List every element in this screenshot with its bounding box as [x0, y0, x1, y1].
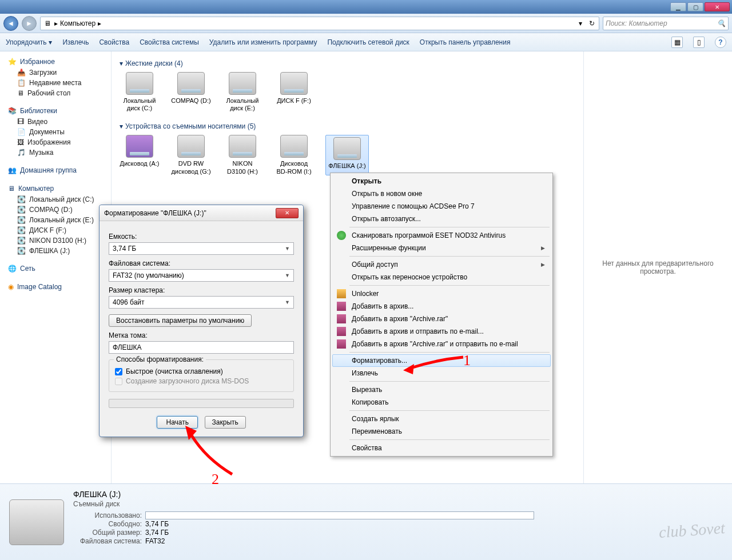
- ctx-eject[interactable]: Извлечь: [332, 367, 551, 379]
- ctx-rar-add-named[interactable]: Добавить в архив "Archive.rar": [332, 313, 551, 325]
- section-removable[interactable]: ▾Устройства со съемными носителями (5): [120, 122, 575, 130]
- drive-icon: [229, 135, 256, 158]
- properties-button[interactable]: Свойства: [99, 38, 129, 46]
- checkbox-icon: [115, 378, 122, 385]
- drive-g[interactable]: DVD RW дисковод (G:): [171, 135, 211, 175]
- drive-j-selected[interactable]: ФЛЕШКА (J:): [325, 135, 369, 175]
- restore-defaults-button[interactable]: Восстановить параметры по умолчанию: [109, 314, 252, 327]
- filesystem-select[interactable]: FAT32 (по умолчанию)▼: [109, 269, 294, 282]
- sidebar-libraries-header[interactable]: 📚Библиотеки: [0, 105, 111, 117]
- ctx-eset-scan[interactable]: Сканировать программой ESET NOD32 Antivi…: [332, 229, 551, 242]
- nav-back-button[interactable]: ◄: [3, 16, 18, 31]
- drive-icon: [126, 72, 153, 95]
- sidebar-pictures[interactable]: 🖼Изображения: [0, 137, 111, 147]
- volume-label-input[interactable]: ФЛЕШКА: [109, 341, 294, 354]
- system-properties-button[interactable]: Свойства системы: [140, 38, 199, 46]
- sidebar-favorites-header[interactable]: ⭐Избранное: [0, 56, 111, 67]
- uninstall-button[interactable]: Удалить или изменить программу: [209, 38, 317, 46]
- ctx-rename[interactable]: Переименовать: [332, 425, 551, 438]
- search-input[interactable]: Поиск: Компьютер 🔍: [603, 17, 729, 30]
- capacity-select[interactable]: 3,74 ГБ▼: [109, 242, 294, 255]
- sidebar-computer-header[interactable]: 🖥Компьютер: [0, 183, 111, 194]
- dialog-titlebar[interactable]: Форматирование "ФЛЕШКА (J:)" ✕: [100, 205, 303, 221]
- ctx-copy[interactable]: Копировать: [332, 396, 551, 409]
- help-icon[interactable]: ?: [715, 37, 726, 48]
- breadcrumb-root[interactable]: Компьютер: [60, 19, 96, 27]
- checkbox-icon[interactable]: [115, 368, 122, 375]
- ctx-create-shortcut[interactable]: Создать ярлык: [332, 413, 551, 425]
- homegroup-icon: 👥: [8, 166, 17, 174]
- ctx-autorun[interactable]: Открыть автозапуск...: [332, 213, 551, 225]
- sidebar-drive-e[interactable]: 💽Локальный диск (E:): [0, 215, 111, 225]
- sidebar-drive-h[interactable]: 💽NIKON D3100 (H:): [0, 235, 111, 246]
- drive-i[interactable]: Дисковод BD-ROM (I:): [274, 135, 314, 175]
- refresh-icon[interactable]: ↻: [587, 19, 596, 28]
- ctx-open[interactable]: Открыть: [332, 175, 551, 187]
- nav-forward-button[interactable]: ►: [22, 16, 37, 31]
- sidebar-drive-c[interactable]: 💽Локальный диск (C:): [0, 194, 111, 205]
- ctx-eset-advanced[interactable]: Расширенные функции▶: [332, 242, 551, 254]
- start-button[interactable]: Начать: [157, 416, 198, 429]
- ctx-share[interactable]: Общий доступ▶: [332, 258, 551, 271]
- ctx-separator: [349, 227, 550, 227]
- view-options-icon[interactable]: ▦: [671, 37, 683, 48]
- close-button[interactable]: ✕: [705, 2, 730, 11]
- drive-a[interactable]: Дисковод (A:): [120, 135, 160, 175]
- ctx-unlocker[interactable]: Unlocker: [332, 287, 551, 300]
- dvd-icon: [177, 135, 205, 158]
- sidebar-drive-d[interactable]: 💽COMPAQ (D:): [0, 205, 111, 215]
- sidebar-downloads[interactable]: 📥Загрузки: [0, 67, 111, 78]
- control-panel-button[interactable]: Открыть панель управления: [420, 38, 511, 46]
- details-pane: ФЛЕШКА (J:) Съемный диск Использовано: С…: [0, 483, 732, 560]
- unlocker-icon: [337, 289, 346, 298]
- ctx-open-new-window[interactable]: Открыть в новом окне: [332, 187, 551, 200]
- format-methods-group: Способы форматирования: Быстрое (очистка…: [109, 359, 294, 392]
- organize-menu[interactable]: Упорядочить ▾: [6, 38, 52, 46]
- address-dropdown-icon[interactable]: ▾: [576, 19, 585, 28]
- sidebar-videos[interactable]: 🎞Видео: [0, 117, 111, 127]
- details-title: ФЛЕШКА (J:): [73, 490, 534, 499]
- preview-pane-icon[interactable]: ▯: [693, 37, 705, 48]
- sidebar-recent[interactable]: 📋Недавние места: [0, 78, 111, 88]
- drive-c[interactable]: Локальный диск (C:): [120, 72, 160, 112]
- sidebar-drive-j[interactable]: 💽ФЛЕШКА (J:): [0, 246, 111, 256]
- dialog-close-button[interactable]: ✕: [276, 208, 299, 218]
- maximize-button[interactable]: ▢: [687, 2, 703, 11]
- drive-f[interactable]: ДИСК F (F:): [274, 72, 314, 112]
- sidebar-image-catalog[interactable]: ◉Image Catalog: [0, 281, 111, 293]
- ctx-rar-email-named[interactable]: Добавить в архив "Archive.rar" и отправи…: [332, 338, 551, 350]
- sidebar-drive-f[interactable]: 💽ДИСК F (F:): [0, 225, 111, 235]
- drive-e[interactable]: Локальный диск (E:): [222, 72, 262, 112]
- winrar-icon: [337, 327, 346, 336]
- ctx-format[interactable]: Форматировать...: [332, 354, 551, 367]
- minimize-button[interactable]: ▁: [670, 2, 686, 11]
- ctx-portable-device[interactable]: Открыть как переносное устройство: [332, 271, 551, 283]
- sidebar-network-header[interactable]: 🌐Сеть: [0, 263, 111, 274]
- drive-h[interactable]: NIKON D3100 (H:): [222, 135, 262, 175]
- quick-format-checkbox[interactable]: Быстрое (очистка оглавления): [115, 367, 288, 375]
- ctx-rar-email[interactable]: Добавить в архив и отправить по e-mail..…: [332, 325, 551, 338]
- computer-icon: 🖥: [43, 19, 52, 28]
- sidebar-desktop[interactable]: 🖥Рабочий стол: [0, 88, 111, 98]
- map-drive-button[interactable]: Подключить сетевой диск: [327, 38, 409, 46]
- star-icon: ⭐: [8, 58, 17, 66]
- sidebar-documents[interactable]: 📄Документы: [0, 127, 111, 137]
- drive-d[interactable]: COMPAQ (D:): [171, 72, 211, 112]
- sidebar-music[interactable]: 🎵Музыка: [0, 147, 111, 158]
- cluster-select[interactable]: 4096 байт▼: [109, 296, 294, 309]
- address-bar[interactable]: 🖥 ▸ Компьютер ▸ ▾ ↻: [40, 17, 599, 30]
- ctx-rar-add[interactable]: Добавить в архив...: [332, 300, 551, 313]
- ctx-acdsee[interactable]: Управление с помощью ACDSee Pro 7: [332, 200, 551, 213]
- context-menu: Открыть Открыть в новом окне Управление …: [330, 173, 553, 457]
- folder-icon: 📥: [17, 69, 26, 77]
- search-icon[interactable]: 🔍: [717, 19, 726, 28]
- close-button[interactable]: Закрыть: [205, 416, 246, 429]
- section-hard-drives[interactable]: ▾Жесткие диски (4): [120, 59, 575, 67]
- details-total-label: Общий размер:: [73, 529, 142, 537]
- format-dialog: Форматирование "ФЛЕШКА (J:)" ✕ Емкость: …: [99, 205, 304, 437]
- preview-pane: Нет данных для предварительного просмотр…: [583, 51, 732, 483]
- ctx-properties[interactable]: Свойства: [332, 442, 551, 454]
- sidebar-homegroup-header[interactable]: 👥Домашняя группа: [0, 165, 111, 176]
- ctx-cut[interactable]: Вырезать: [332, 383, 551, 396]
- extract-button[interactable]: Извлечь: [62, 38, 89, 46]
